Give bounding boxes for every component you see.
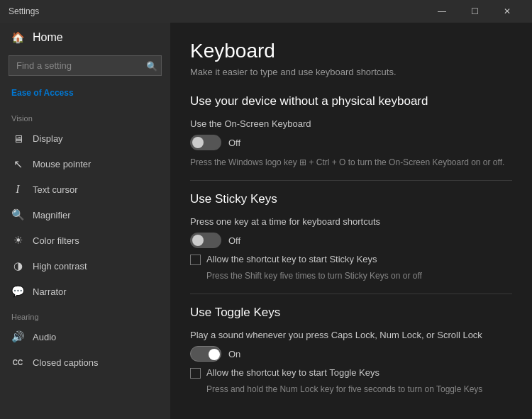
sticky-keys-checkbox[interactable] xyxy=(190,255,201,265)
high-contrast-label: High contrast xyxy=(33,261,87,272)
toggle-keys-toggle[interactable] xyxy=(190,346,221,362)
on-screen-keyboard-toggle[interactable] xyxy=(190,135,221,150)
hearing-section-label: Hearing xyxy=(0,304,170,324)
audio-label: Audio xyxy=(33,332,56,342)
toggle-keys-toggle-row: On xyxy=(190,346,512,362)
sidebar-item-color-filters[interactable]: ☀ Color filters xyxy=(0,228,170,253)
breadcrumb[interactable]: Ease of Access xyxy=(11,88,74,98)
sidebar-item-closed-captions[interactable]: CC Closed captions xyxy=(0,350,170,375)
titlebar-controls: — ☐ ✕ xyxy=(426,0,523,23)
display-icon: 🖥 xyxy=(11,132,24,145)
toggle-keys-checkbox-helper: Press and hold the Num Lock key for five… xyxy=(206,383,512,396)
toggle-keys-checkbox-row: Allow the shortcut key to start Toggle K… xyxy=(190,367,512,379)
section-heading-sticky-keys: Use Sticky Keys xyxy=(190,192,512,206)
narrator-icon: 💬 xyxy=(11,285,24,298)
text-cursor-label: Text cursor xyxy=(33,184,78,195)
sidebar-item-audio[interactable]: 🔊 Audio xyxy=(0,324,170,350)
toggle-keys-checkbox-label: Allow the shortcut key to start Toggle K… xyxy=(206,367,379,378)
section-heading-toggle-keys: Use Toggle Keys xyxy=(190,306,512,320)
sticky-keys-toggle[interactable] xyxy=(190,233,221,248)
titlebar-title: Settings xyxy=(9,6,426,16)
maximize-button[interactable]: ☐ xyxy=(458,0,491,23)
text-cursor-icon: I xyxy=(11,183,24,196)
toggle-keys-label: Play a sound whenever you press Caps Loc… xyxy=(190,330,512,340)
high-contrast-icon: ◑ xyxy=(11,259,24,272)
sticky-keys-checkbox-label: Allow the shortcut key to start Sticky K… xyxy=(206,254,377,264)
sidebar-item-mouse-pointer[interactable]: ↖ Mouse pointer xyxy=(0,151,170,177)
sticky-keys-checkbox-row: Allow the shortcut key to start Sticky K… xyxy=(190,254,512,265)
divider-1 xyxy=(190,180,512,181)
color-filters-icon: ☀ xyxy=(11,234,24,247)
sidebar-item-narrator[interactable]: 💬 Narrator xyxy=(0,279,170,304)
sidebar: 🏠 Home 🔍 Ease of Access Vision 🖥 Display… xyxy=(0,23,170,419)
display-label: Display xyxy=(33,133,63,144)
toggle-keys-toggle-label: On xyxy=(228,349,240,359)
section-heading-physical-keyboard: Use your device without a physical keybo… xyxy=(190,94,512,108)
closed-captions-icon: CC xyxy=(11,356,24,369)
narrator-label: Narrator xyxy=(33,286,67,297)
sidebar-item-text-cursor[interactable]: I Text cursor xyxy=(0,177,170,202)
search-icon[interactable]: 🔍 xyxy=(146,60,157,71)
page-title: Keyboard xyxy=(190,40,512,62)
home-icon: 🏠 xyxy=(11,31,24,44)
main-content: Keyboard Make it easier to type and use … xyxy=(170,23,532,419)
on-screen-keyboard-knob xyxy=(192,137,204,148)
sticky-keys-toggle-label: Off xyxy=(228,235,240,246)
sticky-keys-knob xyxy=(192,235,204,246)
magnifier-label: Magnifier xyxy=(33,210,70,220)
titlebar: Settings — ☐ ✕ xyxy=(0,0,532,23)
magnifier-icon: 🔍 xyxy=(11,208,24,221)
audio-icon: 🔊 xyxy=(11,330,24,343)
sidebar-item-display[interactable]: 🖥 Display xyxy=(0,125,170,151)
close-button[interactable]: ✕ xyxy=(491,0,523,23)
on-screen-keyboard-toggle-row: Off xyxy=(190,135,512,150)
on-screen-keyboard-helper: Press the Windows logo key ⊞ + Ctrl + O … xyxy=(190,156,512,169)
on-screen-keyboard-label: Use the On-Screen Keyboard xyxy=(190,118,512,129)
vision-section-label: Vision xyxy=(0,106,170,125)
mouse-pointer-label: Mouse pointer xyxy=(33,159,91,169)
app-body: 🏠 Home 🔍 Ease of Access Vision 🖥 Display… xyxy=(0,23,532,419)
home-label: Home xyxy=(33,31,63,44)
color-filters-label: Color filters xyxy=(33,235,79,246)
minimize-button[interactable]: — xyxy=(426,0,458,23)
toggle-keys-checkbox[interactable] xyxy=(190,368,201,379)
mouse-pointer-icon: ↖ xyxy=(11,157,24,170)
page-subtitle: Make it easier to type and use keyboard … xyxy=(190,67,512,77)
search-input[interactable] xyxy=(9,55,162,76)
on-screen-keyboard-toggle-label: Off xyxy=(228,138,240,148)
search-container: 🔍 xyxy=(9,55,162,76)
sidebar-item-high-contrast[interactable]: ◑ High contrast xyxy=(0,253,170,279)
breadcrumb-section: Ease of Access xyxy=(0,82,170,106)
sticky-keys-checkbox-helper: Press the Shift key five times to turn S… xyxy=(206,269,512,282)
closed-captions-label: Closed captions xyxy=(33,357,99,368)
toggle-keys-knob xyxy=(209,349,220,360)
sticky-keys-toggle-row: Off xyxy=(190,233,512,248)
home-nav-item[interactable]: 🏠 Home xyxy=(0,23,170,52)
divider-2 xyxy=(190,294,512,294)
sticky-keys-label: Press one key at a time for keyboard sho… xyxy=(190,216,512,227)
sidebar-item-magnifier[interactable]: 🔍 Magnifier xyxy=(0,202,170,228)
